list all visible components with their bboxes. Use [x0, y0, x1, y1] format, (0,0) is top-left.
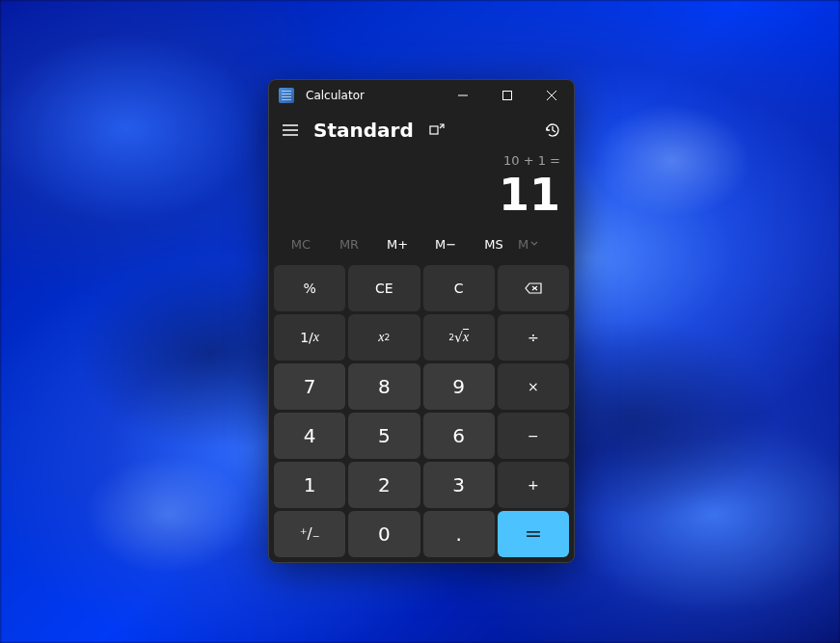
digit-1-key[interactable]: 1	[274, 462, 345, 508]
memory-recall-button[interactable]: MR	[325, 231, 373, 257]
sqrt-label-var: x	[463, 330, 469, 345]
keep-on-top-icon	[429, 122, 445, 138]
digit-2-key[interactable]: 2	[348, 462, 420, 508]
app-icon	[279, 88, 294, 103]
square-root-key[interactable]: 2√x	[423, 314, 495, 361]
sqrt-label-rad: √	[454, 330, 463, 345]
memory-add-button[interactable]: M+	[373, 231, 421, 257]
menu-button[interactable]	[281, 121, 300, 140]
history-button[interactable]	[543, 121, 562, 140]
square-label-exp: 2	[385, 333, 391, 342]
digit-4-key[interactable]: 4	[274, 413, 345, 459]
backspace-icon	[525, 282, 542, 294]
svg-line-8	[440, 124, 444, 128]
mode-row: Standard	[269, 111, 574, 149]
digit-3-key[interactable]: 3	[423, 462, 495, 508]
memory-dropdown-button[interactable]: M	[518, 231, 566, 257]
history-icon	[544, 121, 561, 139]
hamburger-icon	[283, 124, 298, 136]
memory-clear-button[interactable]: MC	[277, 231, 325, 257]
negate-key[interactable]: ⁺/₋	[274, 511, 345, 557]
reciprocal-label-var: x	[313, 330, 319, 345]
titlebar: Calculator	[269, 80, 574, 111]
chevron-down-icon	[530, 240, 538, 248]
subtract-key[interactable]: −	[498, 413, 569, 459]
add-key[interactable]: +	[498, 462, 569, 508]
decimal-key[interactable]: .	[423, 511, 495, 557]
memory-store-button[interactable]: MS	[470, 231, 518, 257]
memory-row: MC MR M+ M− MS M	[269, 228, 574, 265]
reciprocal-label-pre: 1/	[300, 330, 313, 345]
window-title: Calculator	[306, 89, 365, 102]
minimize-icon	[458, 91, 468, 100]
mode-label: Standard	[313, 119, 414, 142]
close-button[interactable]	[529, 80, 574, 111]
backspace-key[interactable]	[498, 265, 569, 311]
digit-6-key[interactable]: 6	[423, 413, 495, 459]
digit-5-key[interactable]: 5	[348, 413, 420, 459]
square-key[interactable]: x2	[348, 314, 420, 361]
digit-8-key[interactable]: 8	[348, 363, 420, 410]
equals-key[interactable]: =	[498, 511, 569, 557]
digit-0-key[interactable]: 0	[348, 511, 420, 557]
clear-entry-key[interactable]: CE	[348, 265, 420, 311]
memory-dropdown-label: M	[518, 237, 528, 252]
digit-7-key[interactable]: 7	[274, 363, 345, 410]
calculator-window: Calculator Standard	[268, 79, 575, 563]
result-display: 11	[283, 171, 560, 220]
keypad: % CE C 1/x x2 2√x ÷ 7 8 9 × 4 5 6 − 1 2 …	[269, 265, 574, 562]
close-icon	[547, 91, 556, 100]
maximize-icon	[502, 91, 512, 100]
svg-rect-7	[430, 126, 438, 134]
reciprocal-key[interactable]: 1/x	[274, 314, 345, 361]
memory-subtract-button[interactable]: M−	[421, 231, 470, 257]
maximize-button[interactable]	[485, 80, 529, 111]
percent-key[interactable]: %	[274, 265, 345, 311]
minimize-button[interactable]	[441, 80, 485, 111]
keep-on-top-button[interactable]	[427, 121, 447, 140]
divide-key[interactable]: ÷	[498, 314, 569, 361]
window-controls	[441, 80, 574, 111]
digit-9-key[interactable]: 9	[423, 363, 495, 410]
multiply-key[interactable]: ×	[498, 363, 569, 410]
clear-key[interactable]: C	[423, 265, 495, 311]
svg-rect-1	[503, 92, 512, 100]
display: 10 + 1 = 11	[269, 149, 574, 228]
